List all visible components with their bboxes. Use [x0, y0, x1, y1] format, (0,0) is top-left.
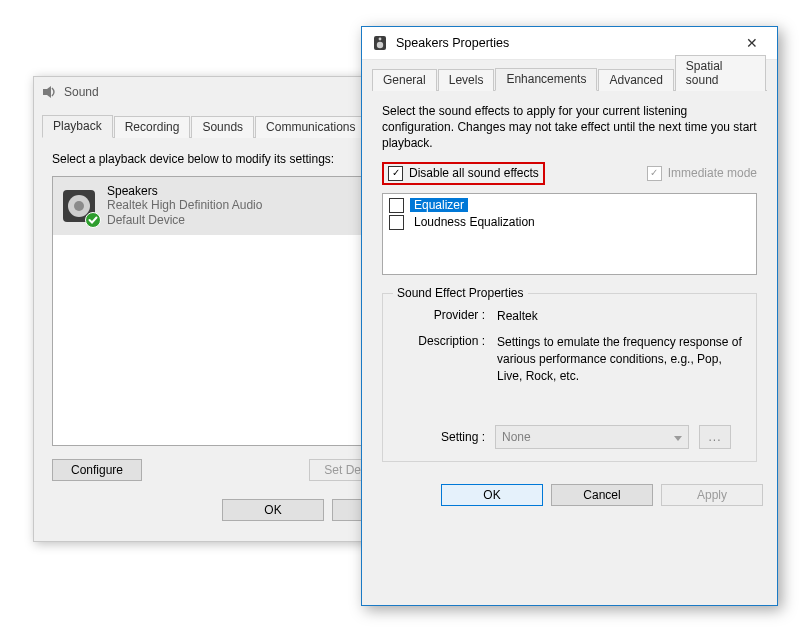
- setting-key: Setting :: [395, 430, 485, 444]
- close-button[interactable]: ✕: [737, 35, 767, 51]
- effects-list[interactable]: Equalizer Loudness Equalization: [382, 193, 757, 275]
- properties-tabstrip: General Levels Enhancements Advanced Spa…: [372, 68, 767, 91]
- setting-combo-value: None: [502, 430, 531, 444]
- sound-ok-button[interactable]: OK: [222, 499, 324, 521]
- sound-effect-properties-group: Sound Effect Properties Provider : Realt…: [382, 293, 757, 462]
- tab-general[interactable]: General: [372, 69, 437, 91]
- device-text: Speakers Realtek High Definition Audio D…: [107, 184, 262, 228]
- volume-icon: [42, 84, 58, 100]
- properties-apply-button: Apply: [661, 484, 763, 506]
- properties-cancel-button[interactable]: Cancel: [551, 484, 653, 506]
- chevron-down-icon: [674, 430, 682, 444]
- configure-button[interactable]: Configure: [52, 459, 142, 481]
- svg-marker-1: [47, 86, 51, 98]
- tab-playback[interactable]: Playback: [42, 115, 113, 138]
- svg-point-4: [74, 201, 84, 211]
- provider-value: Realtek: [497, 308, 744, 325]
- tab-enhancements[interactable]: Enhancements: [495, 68, 597, 91]
- close-icon: ✕: [746, 35, 758, 51]
- speakers-properties-window: Speakers Properties ✕ General Levels Enh…: [361, 26, 778, 606]
- tab-sounds[interactable]: Sounds: [191, 116, 254, 138]
- properties-body: General Levels Enhancements Advanced Spa…: [362, 60, 777, 470]
- svg-rect-0: [43, 89, 47, 95]
- tab-recording[interactable]: Recording: [114, 116, 191, 138]
- properties-footer: OK Cancel Apply: [362, 470, 777, 520]
- device-status: Default Device: [107, 213, 262, 228]
- properties-ok-button[interactable]: OK: [441, 484, 543, 506]
- speaker-titlebar-icon: [372, 35, 388, 51]
- svg-point-8: [377, 42, 383, 48]
- tab-communications[interactable]: Communications: [255, 116, 366, 138]
- immediate-mode-label: Immediate mode: [668, 166, 757, 180]
- sound-title: Sound: [64, 85, 99, 99]
- enhancements-panel: Select the sound effects to apply for yo…: [372, 91, 767, 470]
- default-device-tick-icon: [85, 212, 101, 228]
- description-value: Settings to emulate the frequency respon…: [497, 334, 744, 384]
- effect-loudness-label: Loudness Equalization: [410, 215, 539, 229]
- enhancements-description: Select the sound effects to apply for yo…: [382, 103, 757, 152]
- effect-equalizer-label: Equalizer: [410, 198, 468, 212]
- effect-loudness-checkbox[interactable]: [389, 215, 404, 230]
- disable-all-effects-label: Disable all sound effects: [409, 166, 539, 180]
- description-key: Description :: [395, 334, 485, 384]
- disable-all-highlight: ✓ Disable all sound effects: [382, 162, 545, 185]
- svg-point-9: [379, 38, 382, 41]
- effect-equalizer-checkbox[interactable]: [389, 198, 404, 213]
- speaker-device-icon: [61, 188, 97, 224]
- effect-loudness-equalization[interactable]: Loudness Equalization: [389, 215, 750, 230]
- immediate-mode-checkbox: ✓: [647, 166, 662, 181]
- properties-title: Speakers Properties: [396, 36, 737, 50]
- device-name: Speakers: [107, 184, 262, 198]
- tab-spatial-sound[interactable]: Spatial sound: [675, 55, 766, 91]
- effect-equalizer[interactable]: Equalizer: [389, 198, 750, 213]
- setting-more-button: ...: [699, 425, 731, 449]
- disable-all-effects-checkbox[interactable]: ✓: [388, 166, 403, 181]
- tab-advanced[interactable]: Advanced: [598, 69, 673, 91]
- tab-levels[interactable]: Levels: [438, 69, 495, 91]
- svg-marker-10: [674, 436, 682, 441]
- provider-key: Provider :: [395, 308, 485, 325]
- setting-combo: None: [495, 425, 689, 449]
- device-driver: Realtek High Definition Audio: [107, 198, 262, 213]
- group-legend: Sound Effect Properties: [393, 286, 528, 300]
